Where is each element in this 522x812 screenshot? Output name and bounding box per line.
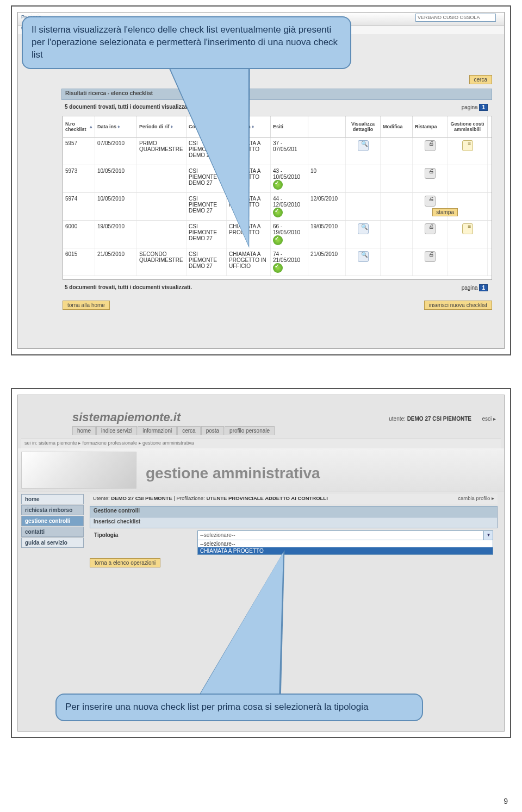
sidebar-item-contatti[interactable]: contatti — [21, 527, 84, 537]
view-icon[interactable] — [358, 223, 369, 234]
sidebar-item-home[interactable]: home — [21, 494, 84, 504]
nav-home[interactable]: home — [72, 426, 96, 435]
chevron-down-icon: ▾ — [483, 531, 493, 540]
current-user: utente: DEMO 27 CSI PIEMONTE — [389, 416, 471, 422]
sidebar-item-gestione-controlli[interactable]: gestione controlli — [21, 516, 84, 526]
tipologia-select[interactable]: --selezionare--▾ — [197, 530, 493, 540]
table-header: N.ro checklist▴ Data ins♦ Periodo di rif… — [63, 116, 492, 138]
print-icon[interactable] — [425, 223, 436, 234]
nav-cerca[interactable]: cerca — [177, 426, 200, 435]
slide-1: Provincia VERBANO CUSIO OSSOLA guida al … — [11, 5, 511, 355]
section-inserisci: Inserisci checklist — [90, 517, 498, 528]
stampa-tooltip: stampa — [432, 208, 458, 216]
hero-banner: gestione amministrativa — [18, 448, 504, 491]
site-logo: sistemapiemonte.it — [72, 410, 181, 424]
section-gestione: Gestione controlli — [90, 506, 498, 517]
print-icon[interactable] — [425, 196, 436, 207]
sort-icon[interactable]: ♦ — [117, 124, 120, 129]
hero-image — [21, 452, 136, 489]
inserisci-checklist-button[interactable]: inserisci nuova checklist — [424, 301, 492, 310]
costs-icon[interactable] — [462, 140, 473, 151]
nav-indice-servizi[interactable]: indice servizi — [96, 426, 137, 435]
torna-elenco-button[interactable]: torna a elenco operazioni — [90, 558, 160, 567]
pagination-bottom: pagina 1 — [462, 284, 488, 291]
sort-icon[interactable]: ♦ — [171, 124, 173, 129]
view-icon[interactable] — [358, 140, 369, 151]
torna-home-button[interactable]: torna alla home — [63, 301, 110, 310]
section-header: Risultati ricerca - elenco checklist — [61, 89, 492, 100]
results-count-bottom: 5 documenti trovati, tutti i documenti v… — [65, 284, 192, 290]
page-title: gestione amministrativa — [146, 465, 320, 482]
sidebar-item-guida-al-servizio[interactable]: guida al servizio — [21, 538, 84, 548]
check-icon — [273, 263, 283, 273]
table-row: 601521/05/2010SECONDO QUADRIMESTRECSI PI… — [63, 248, 492, 276]
costs-icon[interactable] — [462, 223, 473, 234]
results-count: 5 documenti trovati, tutti i documenti v… — [65, 104, 192, 110]
top-nav: homeindice serviziinformazionicercaposta… — [72, 426, 275, 436]
change-profile-link[interactable]: cambia profilo ▸ — [458, 495, 494, 501]
breadcrumb: sei in: sistema piemonte ▸ formazione pr… — [21, 439, 501, 449]
pagination-top: pagina 1 — [462, 104, 488, 111]
nav-profilo-personale[interactable]: profilo personale — [225, 426, 275, 435]
sidebar-item-richiesta-rimborso[interactable]: richiesta rimborso — [21, 505, 84, 515]
callout-2: Per inserire una nuova check list per pr… — [55, 694, 423, 721]
nav-posta[interactable]: posta — [201, 426, 224, 435]
provincia-select[interactable]: VERBANO CUSIO OSSOLA — [415, 14, 496, 22]
print-icon[interactable] — [425, 251, 436, 262]
nav-informazioni[interactable]: informazioni — [138, 426, 177, 435]
user-profile-line: Utente: DEMO 27 CSI PIEMONTE | Profilazi… — [90, 494, 498, 504]
tipologia-label: Tipologia — [94, 532, 118, 538]
option[interactable]: --selezionare-- — [198, 540, 493, 547]
print-icon[interactable] — [425, 140, 436, 151]
sort-icon[interactable]: ▴ — [90, 124, 92, 129]
callout-1: Il sistema visualizzerà l'elenco delle c… — [22, 16, 351, 69]
side-nav: homerichiesta rimborsogestione controlli… — [21, 494, 84, 548]
view-icon[interactable] — [358, 251, 369, 262]
print-icon[interactable] — [425, 168, 436, 179]
cerca-button[interactable]: cerca — [469, 75, 492, 84]
logout-link[interactable]: esci ▸ — [482, 416, 496, 422]
slide-2: sistemapiemonte.it utente: DEMO 27 CSI P… — [11, 388, 511, 738]
